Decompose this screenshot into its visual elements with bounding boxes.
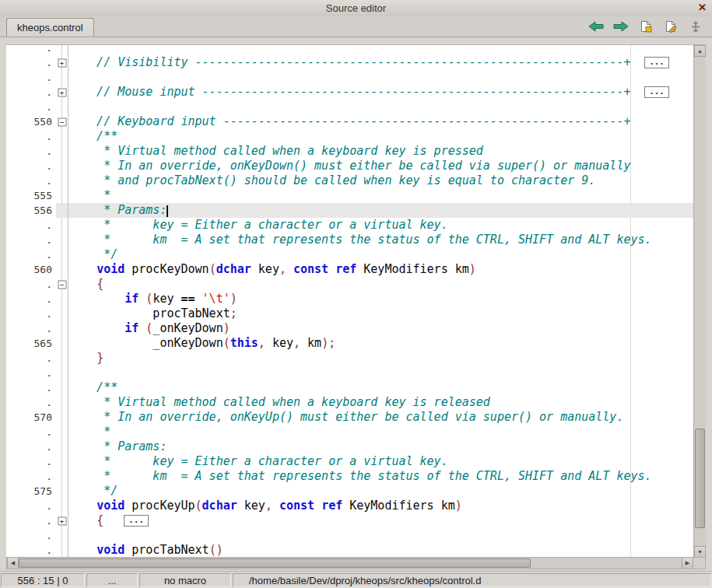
scroll-down-button[interactable]: ▼ xyxy=(694,546,706,558)
scrollbar-corner xyxy=(693,558,705,569)
code-text[interactable]: * and procTabNext() should be called whe… xyxy=(68,173,693,188)
horizontal-scroll-thumb[interactable] xyxy=(19,558,531,568)
code-text[interactable]: {... xyxy=(68,513,693,528)
fold-gutter xyxy=(56,144,68,159)
code-line: .+ // Visibility -----------------------… xyxy=(6,55,693,70)
code-line: 555 * xyxy=(6,188,693,203)
line-number: . xyxy=(6,544,56,556)
code-line: . xyxy=(6,528,693,543)
fold-collapse-marker-icon[interactable]: − xyxy=(58,280,66,289)
code-line: . if (key == '\t') xyxy=(6,292,693,306)
fold-gutter[interactable]: + xyxy=(56,55,68,70)
fold-gutter[interactable]: − xyxy=(56,114,68,129)
file-path-panel: /home/basile/Dev/dproj/kheops/src/kheops… xyxy=(233,573,711,587)
collapsed-fold-dots[interactable]: ... xyxy=(124,515,149,527)
text-caret xyxy=(167,205,168,217)
code-text[interactable]: * key = Either a character or a virtual … xyxy=(68,218,693,233)
code-line: . void procTabNext() xyxy=(6,543,693,558)
code-text[interactable]: void procKeyDown(dchar key, const ref Ke… xyxy=(68,262,693,277)
fold-gutter xyxy=(56,321,68,336)
code-line: . * In an override, onKeyDown() must eit… xyxy=(6,159,693,173)
code-text[interactable]: /** xyxy=(68,129,693,144)
window-titlebar[interactable]: Source editor ✕ xyxy=(0,0,712,17)
code-line: . if (_onKeyDown) xyxy=(6,321,693,336)
code-text[interactable]: if (key == '\t') xyxy=(68,292,693,306)
line-number: 565 xyxy=(6,338,56,349)
line-number: . xyxy=(6,471,56,482)
fold-gutter[interactable]: + xyxy=(56,85,68,100)
code-text[interactable]: * Virtual method called when a keyboard … xyxy=(68,395,693,410)
fold-collapse-marker-icon[interactable]: − xyxy=(58,117,66,126)
detach-window-button[interactable] xyxy=(687,19,704,33)
code-text[interactable]: * Params: xyxy=(68,439,693,454)
save-document-as-button[interactable] xyxy=(662,19,679,33)
code-text[interactable]: * km = A set that represents the status … xyxy=(68,233,693,247)
left-arrow-icon: ◀ xyxy=(11,560,15,566)
horizontal-scrollbar[interactable]: ◀ ▶ xyxy=(6,557,706,569)
line-number: . xyxy=(6,382,56,394)
fold-gutter xyxy=(56,247,68,262)
collapsed-fold-dots[interactable]: ... xyxy=(644,57,669,68)
code-line: 560 void procKeyDown(dchar key, const re… xyxy=(6,262,693,277)
fold-gutter[interactable]: − xyxy=(56,277,68,292)
scroll-up-button[interactable]: ▲ xyxy=(694,45,706,57)
fold-gutter xyxy=(56,528,68,543)
line-number: 575 xyxy=(6,485,56,497)
code-text[interactable]: } xyxy=(68,351,693,366)
caret-position-panel: 556 : 15 | 0 xyxy=(1,573,85,587)
save-document-icon xyxy=(640,20,652,33)
line-number: . xyxy=(6,500,56,512)
line-number: 555 xyxy=(6,190,56,201)
code-text[interactable]: * In an override, onKeyDown() must eithe… xyxy=(68,159,693,173)
scroll-right-button[interactable]: ▶ xyxy=(682,558,693,569)
horizontal-scroll-trough[interactable] xyxy=(19,558,682,569)
code-line: .+ {... xyxy=(6,513,693,528)
code-text[interactable]: /** xyxy=(68,380,693,395)
save-document-button[interactable] xyxy=(637,19,654,33)
fold-expand-marker-icon[interactable]: + xyxy=(58,88,66,96)
line-number: 556 xyxy=(6,205,56,216)
close-icon[interactable]: ✕ xyxy=(698,2,707,13)
down-arrow-icon: ▼ xyxy=(697,549,703,555)
collapsed-fold-dots[interactable]: ... xyxy=(644,86,669,98)
code-text[interactable]: if (_onKeyDown) xyxy=(68,321,693,336)
fold-gutter[interactable]: + xyxy=(56,513,68,528)
code-text[interactable]: void procKeyUp(dchar key, const ref KeyM… xyxy=(68,499,693,513)
code-text[interactable]: // Visibility --------------------------… xyxy=(68,55,693,70)
code-area[interactable]: ..+ // Visibility ----------------------… xyxy=(6,45,693,558)
vertical-scroll-trough[interactable] xyxy=(694,57,706,546)
fold-gutter xyxy=(56,173,68,188)
code-text[interactable]: * In an override, onKeyUp() must either … xyxy=(68,410,693,425)
code-text[interactable]: * key = Either a character or a virtual … xyxy=(68,454,693,469)
code-text[interactable]: */ xyxy=(68,484,693,499)
vertical-scrollbar[interactable]: ▲ ▼ xyxy=(693,45,706,558)
line-number: . xyxy=(6,160,56,172)
code-text[interactable]: */ xyxy=(68,247,693,262)
fold-gutter xyxy=(56,469,68,484)
code-text[interactable]: { xyxy=(68,277,693,292)
code-text[interactable]: * xyxy=(68,425,693,439)
line-number: . xyxy=(6,441,56,453)
window-title: Source editor xyxy=(326,2,386,14)
code-text[interactable]: * Params: xyxy=(68,203,693,218)
code-text[interactable]: * km = A set that represents the status … xyxy=(68,469,693,484)
next-location-button[interactable] xyxy=(612,19,630,33)
code-text[interactable]: procTabNext; xyxy=(68,306,693,321)
code-line: . xyxy=(6,70,693,85)
code-text[interactable]: // Mouse input -------------------------… xyxy=(68,85,693,100)
fold-gutter xyxy=(56,233,68,247)
code-text[interactable]: * xyxy=(68,188,693,203)
code-line: 575 */ xyxy=(6,484,693,499)
scroll-left-button[interactable]: ◀ xyxy=(7,558,19,569)
fold-expand-marker-icon[interactable]: + xyxy=(58,516,66,525)
previous-location-button[interactable] xyxy=(587,19,605,33)
fold-expand-marker-icon[interactable]: + xyxy=(58,58,66,67)
code-text[interactable]: _onKeyDown(this, key, km); xyxy=(68,336,693,351)
code-text[interactable]: // Keyboard input ----------------------… xyxy=(68,114,693,129)
right-arrow-icon: ▶ xyxy=(686,560,689,566)
code-text[interactable]: * Virtual method called when a keyboard … xyxy=(68,144,693,159)
back-arrow-icon xyxy=(588,21,604,32)
tab-kheops-control[interactable]: kheops.control xyxy=(6,18,94,37)
vertical-scroll-thumb[interactable] xyxy=(695,429,705,528)
code-text[interactable]: void procTabNext() xyxy=(68,543,693,558)
